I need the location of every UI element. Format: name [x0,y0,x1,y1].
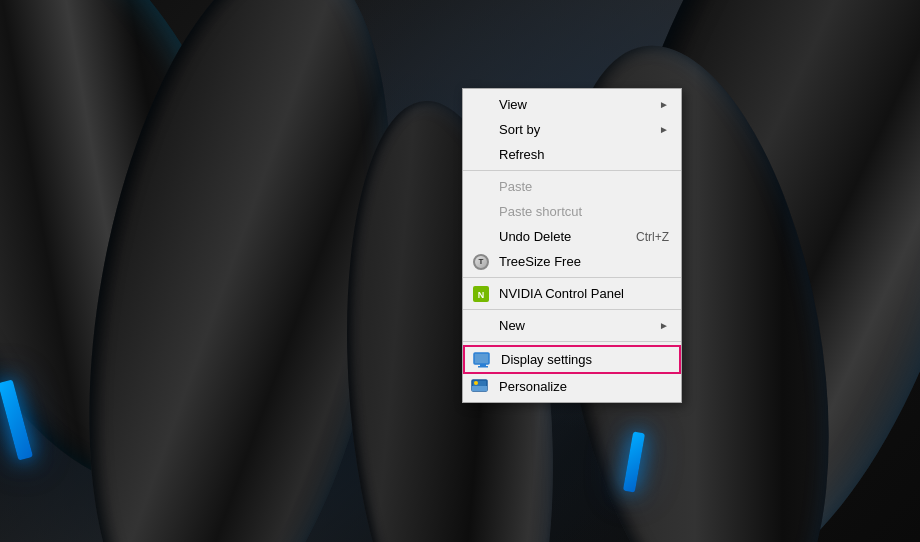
separator-3 [463,309,681,310]
desktop-background [0,0,920,542]
menu-item-paste-shortcut: Paste shortcut [463,199,681,224]
undo-delete-label: Undo Delete [499,229,571,244]
menu-item-new[interactable]: New ► [463,313,681,338]
sortby-arrow: ► [659,124,669,135]
menu-item-nvidia[interactable]: N NVIDIA Control Panel [463,281,681,306]
svg-rect-2 [474,353,489,364]
menu-item-view[interactable]: View ► [463,92,681,117]
menu-item-sortby[interactable]: Sort by ► [463,117,681,142]
nvidia-icon: N [471,284,491,304]
personalize-label: Personalize [499,379,567,394]
separator-1 [463,170,681,171]
nvidia-label: NVIDIA Control Panel [499,286,624,301]
new-arrow: ► [659,320,669,331]
view-arrow: ► [659,99,669,110]
menu-item-refresh[interactable]: Refresh [463,142,681,167]
sortby-label: Sort by [499,122,540,137]
svg-rect-6 [472,386,487,391]
personalize-icon [471,377,491,397]
svg-rect-3 [480,364,486,366]
menu-item-display-settings[interactable]: Display settings [463,345,681,374]
menu-item-treesize[interactable]: T TreeSize Free [463,249,681,274]
separator-4 [463,341,681,342]
paste-shortcut-label: Paste shortcut [499,204,582,219]
view-label: View [499,97,527,112]
treesize-icon: T [471,252,491,272]
treesize-label: TreeSize Free [499,254,581,269]
context-menu: View ► Sort by ► Refresh Paste Paste sho… [462,88,682,403]
undo-delete-shortcut: Ctrl+Z [636,230,669,244]
svg-point-7 [474,381,478,385]
menu-item-paste: Paste [463,174,681,199]
menu-item-personalize[interactable]: Personalize [463,374,681,399]
paste-label: Paste [499,179,532,194]
refresh-label: Refresh [499,147,545,162]
menu-item-undo-delete[interactable]: Undo Delete Ctrl+Z [463,224,681,249]
svg-text:N: N [478,290,485,300]
new-label: New [499,318,525,333]
separator-2 [463,277,681,278]
svg-rect-4 [478,366,488,368]
display-settings-label: Display settings [501,352,592,367]
display-settings-icon [473,350,493,370]
